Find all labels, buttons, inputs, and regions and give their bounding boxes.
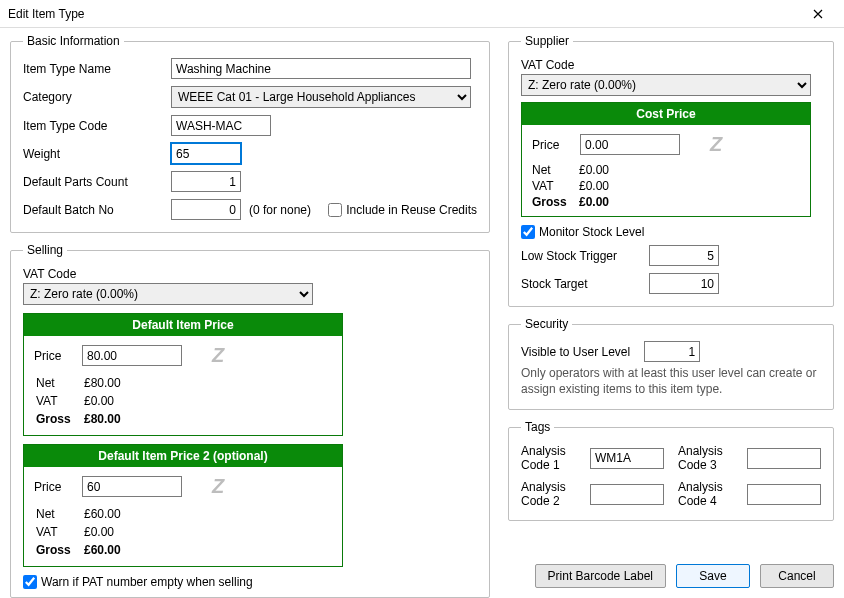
item-type-code-label: Item Type Code xyxy=(23,119,163,133)
price2-gross-value: £60.00 xyxy=(84,542,127,558)
security-help-text: Only operators with at least this user l… xyxy=(521,366,821,397)
cost-net-label: Net xyxy=(532,162,578,178)
supplier-group: Supplier VAT Code Z: Zero rate (0.00%) C… xyxy=(508,34,834,307)
price2-price-label: Price xyxy=(34,480,74,494)
price1-vat-value: £0.00 xyxy=(84,393,127,409)
price1-net-value: £80.00 xyxy=(84,375,127,391)
cost-vat-label: VAT xyxy=(532,178,578,194)
selling-group: Selling VAT Code Z: Zero rate (0.00%) De… xyxy=(10,243,490,598)
warn-pat-checkbox[interactable]: Warn if PAT number empty when selling xyxy=(23,575,477,589)
low-stock-trigger-input[interactable] xyxy=(649,245,719,266)
price1-net-label: Net xyxy=(36,375,82,391)
default-item-price-header: Default Item Price xyxy=(24,314,342,336)
selling-vatcode-label: VAT Code xyxy=(23,267,76,281)
cost-price-header: Cost Price xyxy=(522,103,810,125)
cancel-button[interactable]: Cancel xyxy=(760,564,834,588)
basic-information-legend: Basic Information xyxy=(23,34,124,48)
analysis-code-1-input[interactable] xyxy=(590,448,664,469)
default-item-price-2-header: Default Item Price 2 (optional) xyxy=(24,445,342,467)
price1-gross-label: Gross xyxy=(36,411,82,427)
tags-legend: Tags xyxy=(521,420,554,434)
cost-net-value: £0.00 xyxy=(578,162,610,178)
selling-legend: Selling xyxy=(23,243,67,257)
weight-label: Weight xyxy=(23,147,163,161)
security-group: Security Visible to User Level Only oper… xyxy=(508,317,834,410)
stock-target-input[interactable] xyxy=(649,273,719,294)
item-type-code-input[interactable] xyxy=(171,115,271,136)
cost-price-label: Price xyxy=(532,138,572,152)
price2-gross-label: Gross xyxy=(36,542,82,558)
analysis-code-4-label: Analysis Code 4 xyxy=(678,480,733,508)
warn-pat-label: Warn if PAT number empty when selling xyxy=(41,575,253,589)
price1-gross-value: £80.00 xyxy=(84,411,127,427)
stock-target-label: Stock Target xyxy=(521,277,641,291)
price1-price-label: Price xyxy=(34,349,74,363)
price2-vat-indicator: Z xyxy=(212,475,224,498)
cost-price-panel: Cost Price Price Z Net£0.00 VAT£0.00 Gro… xyxy=(521,102,811,217)
supplier-vatcode-label: VAT Code xyxy=(521,58,574,72)
default-batch-no-input[interactable] xyxy=(171,199,241,220)
security-legend: Security xyxy=(521,317,572,331)
supplier-legend: Supplier xyxy=(521,34,573,48)
selling-vatcode-select[interactable]: Z: Zero rate (0.00%) xyxy=(23,283,313,305)
price2-price-input[interactable] xyxy=(82,476,182,497)
cost-gross-value: £0.00 xyxy=(578,194,610,210)
print-barcode-label-button[interactable]: Print Barcode Label xyxy=(535,564,666,588)
save-button[interactable]: Save xyxy=(676,564,750,588)
low-stock-trigger-label: Low Stock Trigger xyxy=(521,249,641,263)
item-type-name-input[interactable] xyxy=(171,58,471,79)
default-batch-hint: (0 for none) xyxy=(249,203,311,217)
analysis-code-2-input[interactable] xyxy=(590,484,664,505)
analysis-code-2-label: Analysis Code 2 xyxy=(521,480,576,508)
analysis-code-3-label: Analysis Code 3 xyxy=(678,444,733,472)
category-label: Category xyxy=(23,90,163,104)
default-parts-count-input[interactable] xyxy=(171,171,241,192)
monitor-stock-checkbox[interactable]: Monitor Stock Level xyxy=(521,225,821,239)
default-item-price-2-panel: Default Item Price 2 (optional) Price Z … xyxy=(23,444,343,567)
analysis-code-4-input[interactable] xyxy=(747,484,821,505)
cost-price-input[interactable] xyxy=(580,134,680,155)
default-item-price-panel: Default Item Price Price Z Net£80.00 VAT… xyxy=(23,313,343,436)
item-type-name-label: Item Type Name xyxy=(23,62,163,76)
tags-group: Tags Analysis Code 1 Analysis Code 3 Ana… xyxy=(508,420,834,521)
title-bar: Edit Item Type xyxy=(0,0,844,28)
monitor-stock-label: Monitor Stock Level xyxy=(539,225,644,239)
visible-to-user-level-label: Visible to User Level xyxy=(521,345,630,359)
price2-vat-value: £0.00 xyxy=(84,524,127,540)
cost-vat-indicator: Z xyxy=(710,133,722,156)
default-parts-count-label: Default Parts Count xyxy=(23,175,163,189)
window-title: Edit Item Type xyxy=(8,7,798,21)
visible-to-user-level-input[interactable] xyxy=(644,341,700,362)
price2-net-value: £60.00 xyxy=(84,506,127,522)
default-batch-no-label: Default Batch No xyxy=(23,203,163,217)
supplier-vatcode-select[interactable]: Z: Zero rate (0.00%) xyxy=(521,74,811,96)
price2-vat-label: VAT xyxy=(36,524,82,540)
cost-vat-value: £0.00 xyxy=(578,178,610,194)
close-icon xyxy=(813,6,823,22)
basic-information-group: Basic Information Item Type Name Categor… xyxy=(10,34,490,233)
weight-input[interactable] xyxy=(171,143,241,164)
analysis-code-3-input[interactable] xyxy=(747,448,821,469)
include-in-reuse-credits-checkbox[interactable]: Include in Reuse Credits xyxy=(328,203,477,217)
cost-gross-label: Gross xyxy=(532,194,578,210)
price1-price-input[interactable] xyxy=(82,345,182,366)
price1-vat-label: VAT xyxy=(36,393,82,409)
include-in-reuse-credits-label: Include in Reuse Credits xyxy=(346,203,477,217)
price1-vat-indicator: Z xyxy=(212,344,224,367)
analysis-code-1-label: Analysis Code 1 xyxy=(521,444,576,472)
category-select[interactable]: WEEE Cat 01 - Large Household Appliances xyxy=(171,86,471,108)
price2-net-label: Net xyxy=(36,506,82,522)
window-close-button[interactable] xyxy=(798,1,838,27)
